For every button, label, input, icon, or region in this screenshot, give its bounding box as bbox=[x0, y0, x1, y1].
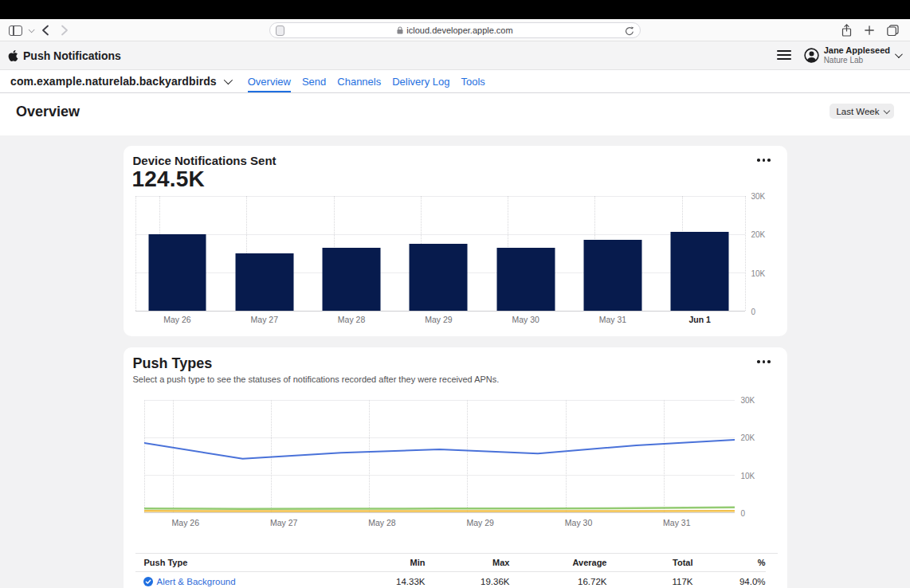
app-title: Push Notifications bbox=[23, 49, 121, 62]
date-range-button[interactable]: Last Week bbox=[830, 104, 894, 119]
y-axis-tick: 30K bbox=[751, 192, 766, 201]
macos-menubar bbox=[0, 0, 910, 19]
y-axis-tick: 20K bbox=[751, 230, 766, 239]
push-types-table: Push Type Min Max Average Total % bbox=[135, 553, 778, 588]
gridline bbox=[135, 196, 136, 311]
back-icon[interactable] bbox=[40, 19, 51, 41]
y-axis-tick: 0 bbox=[741, 509, 746, 518]
col-total: Total bbox=[607, 554, 693, 571]
nav-tabs: Overview Send Channels Delivery Log Tool… bbox=[248, 70, 485, 92]
x-axis-tick: May 26 bbox=[172, 518, 199, 527]
col-percent: % bbox=[693, 554, 766, 571]
chevron-down-icon bbox=[883, 108, 889, 114]
avatar[interactable] bbox=[804, 48, 819, 63]
card-subtitle: Select a push type to see the statuses o… bbox=[133, 374, 500, 384]
tab-overview[interactable]: Overview bbox=[248, 70, 291, 92]
tab-send[interactable]: Send bbox=[302, 70, 326, 92]
bar-May 26[interactable] bbox=[148, 234, 206, 311]
cell-max: 19.36K bbox=[426, 571, 510, 588]
page-content: Device Notifications Sent 124.5K May 26M… bbox=[0, 135, 910, 588]
forward-icon[interactable] bbox=[59, 19, 70, 41]
bar-May 30[interactable] bbox=[496, 248, 555, 311]
gridline bbox=[135, 196, 745, 197]
menu-icon[interactable] bbox=[777, 50, 791, 60]
x-axis-tick: May 29 bbox=[425, 315, 452, 324]
browser-toolbar: icloud.developer.apple.com bbox=[0, 19, 910, 41]
gridline bbox=[135, 234, 745, 235]
line-chart-x-axis: May 26May 27May 28May 29May 30May 31 bbox=[144, 518, 735, 529]
new-tab-icon[interactable] bbox=[865, 25, 874, 35]
share-icon[interactable] bbox=[841, 24, 852, 37]
tab-delivery-log[interactable]: Delivery Log bbox=[392, 70, 449, 92]
col-average: Average bbox=[510, 554, 607, 571]
tab-overview-icon[interactable] bbox=[887, 25, 899, 36]
push-types-card: Push Types Select a push type to see the… bbox=[124, 347, 787, 588]
user-name: Jane Appleseed bbox=[824, 45, 890, 56]
col-min: Min bbox=[346, 554, 426, 571]
bar-May 28[interactable] bbox=[323, 248, 381, 311]
bar-chart-y-axis: 010K20K30K bbox=[748, 196, 780, 312]
bar-May 29[interactable] bbox=[410, 244, 468, 311]
bar-May 31[interactable] bbox=[583, 240, 641, 311]
x-axis-tick: May 29 bbox=[467, 518, 494, 527]
card-title: Device Notifications Sent bbox=[133, 154, 277, 167]
line-series-Alert & Background bbox=[144, 440, 735, 459]
safari-window: icloud.developer.apple.com Push Notifica… bbox=[0, 0, 910, 588]
apple-logo-icon bbox=[8, 49, 18, 62]
more-options-button[interactable] bbox=[757, 155, 771, 165]
cell-total: 117K bbox=[607, 571, 693, 588]
line-chart-y-axis: 010K20K30K bbox=[738, 400, 770, 513]
tab-channels[interactable]: Channels bbox=[337, 70, 381, 92]
bar-chart bbox=[135, 196, 745, 312]
x-axis-tick: May 30 bbox=[565, 518, 592, 527]
more-options-button[interactable] bbox=[757, 357, 771, 367]
y-axis-tick: 0 bbox=[751, 308, 756, 316]
reader-icon[interactable] bbox=[276, 25, 284, 36]
device-notifications-card: Device Notifications Sent 124.5K May 26M… bbox=[124, 146, 787, 336]
bundle-id-selector[interactable]: com.example.naturelab.backyardbirds bbox=[10, 75, 217, 88]
check-circle-icon[interactable] bbox=[143, 577, 153, 586]
line-chart bbox=[144, 400, 735, 513]
y-axis-tick: 10K bbox=[741, 471, 755, 480]
user-org: Nature Lab bbox=[824, 56, 890, 65]
cell-average: 16.72K bbox=[510, 571, 607, 588]
sidebar-toggle-icon[interactable] bbox=[6, 19, 24, 41]
x-axis-tick: Jun 1 bbox=[689, 315, 711, 324]
chevron-down-icon[interactable] bbox=[895, 50, 903, 58]
bar-May 27[interactable] bbox=[235, 253, 293, 311]
x-axis-tick: May 28 bbox=[368, 518, 395, 527]
line-series-series-2 bbox=[144, 508, 735, 509]
url-text: icloud.developer.apple.com bbox=[406, 25, 512, 35]
page-header: Overview Last Week bbox=[0, 93, 910, 135]
col-max: Max bbox=[426, 554, 510, 571]
date-range-label: Last Week bbox=[836, 107, 879, 116]
cell-percent: 94.0% bbox=[693, 571, 766, 588]
lock-icon bbox=[397, 26, 403, 34]
x-axis-tick: May 28 bbox=[338, 315, 365, 324]
gridline bbox=[745, 196, 746, 311]
x-axis-tick: May 31 bbox=[663, 518, 690, 527]
tab-tools[interactable]: Tools bbox=[461, 70, 484, 92]
reload-icon[interactable] bbox=[625, 25, 634, 40]
push-type-link[interactable]: Alert & Background bbox=[157, 577, 236, 586]
chevron-down-icon[interactable] bbox=[224, 78, 230, 84]
x-axis-tick: May 31 bbox=[599, 315, 626, 324]
page-title: Overview bbox=[16, 104, 80, 120]
app-subnav: com.example.naturelab.backyardbirds Over… bbox=[0, 70, 910, 93]
bar-Jun 1[interactable] bbox=[671, 232, 729, 311]
x-axis-tick: May 30 bbox=[512, 315, 539, 324]
x-axis-tick: May 27 bbox=[251, 315, 278, 324]
app-header: Push Notifications Jane Appleseed Nature… bbox=[0, 41, 910, 70]
table-header-row: Push Type Min Max Average Total % bbox=[135, 554, 766, 571]
card-title: Push Types bbox=[133, 355, 213, 372]
y-axis-tick: 10K bbox=[751, 269, 766, 277]
bar-chart-x-axis: May 26May 27May 28May 29May 30May 31Jun … bbox=[135, 315, 745, 326]
cell-min: 14.33K bbox=[346, 571, 426, 588]
y-axis-tick: 20K bbox=[741, 433, 755, 442]
address-bar[interactable]: icloud.developer.apple.com bbox=[269, 22, 641, 38]
y-axis-tick: 30K bbox=[741, 396, 755, 405]
notifications-total: 124.5K bbox=[132, 167, 206, 192]
chevron-down-icon[interactable] bbox=[25, 19, 35, 41]
table-row: Alert & Background 14.33K 19.36K 16.72K … bbox=[135, 571, 766, 588]
user-menu[interactable]: Jane Appleseed Nature Lab bbox=[824, 45, 890, 65]
